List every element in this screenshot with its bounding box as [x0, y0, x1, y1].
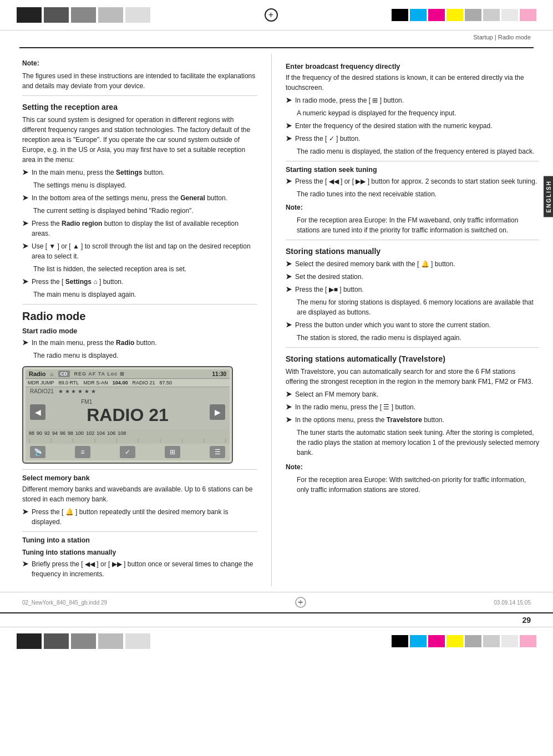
arrow-icon-seek: ➤ — [286, 177, 292, 185]
swatch-cyan — [410, 9, 427, 21]
left-column: Note: The figures used in these instruct… — [0, 54, 272, 586]
arrow-icon-tuning: ➤ — [22, 560, 28, 568]
storing-auto-step-3-text: In the options menu, press the Travelsto… — [295, 415, 539, 425]
bottom-cyan — [410, 635, 427, 647]
storing-manual-step-3-indent: The menu for storing stations is display… — [297, 297, 539, 317]
radio-display-topbar: Radio ⌂ CD REG AF TA Loc ⊞ 11:30 — [26, 369, 230, 379]
radio-station-row: MDR JUMP 89.0 RTL MDR S-AN 104.00 RADIO … — [26, 379, 230, 387]
swatch-gray — [71, 7, 96, 23]
english-language-tab: ENGLISH — [544, 176, 553, 217]
arrow-icon-4: ➤ — [22, 242, 28, 250]
storing-manual-step-2-text: Set the desired station. — [295, 272, 539, 282]
station-3: MDR S-AN — [83, 380, 108, 385]
radio-stars-row: RADIO21 ★ ★ ★ ★ ★ ★ — [26, 387, 230, 395]
page-number: 29 — [522, 616, 531, 625]
arrow-icon-memory: ➤ — [22, 508, 28, 516]
reception-step-1: ➤ In the main menu, press the Settings b… — [22, 168, 257, 177]
top-color-bar — [0, 0, 553, 31]
swatch-magenta — [428, 9, 445, 21]
storing-manual-step-3: ➤ Press the [ ▶■ ] button. — [286, 285, 539, 295]
arrow-icon-store-2: ➤ — [286, 272, 292, 281]
select-memory-section: Select memory bank Different memory bank… — [22, 474, 257, 527]
bottom-left-swatches — [17, 633, 150, 649]
right-color-swatches — [392, 9, 536, 21]
storing-auto-step-3-indent: The tuner starts the automatic station s… — [297, 428, 539, 458]
radio-fm-small: FM1 — [81, 399, 92, 405]
bottom-swatch-5 — [125, 633, 150, 649]
crop-mark-circle-top — [265, 8, 278, 22]
radio-display-label: Radio — [29, 371, 46, 377]
reception-step-4-indent: The list is hidden, the selected recepti… — [33, 264, 257, 274]
freq-tick-marks: | | | | | | | | | | — [26, 438, 230, 444]
home-icon: ⌂ — [50, 371, 54, 377]
swatch-gray3 — [501, 9, 518, 21]
reception-step-4: ➤ Use [ ▼ ] or [ ▲ ] to scroll through t… — [22, 241, 257, 261]
station-2: 89.0 RTL — [59, 380, 79, 385]
radio-bottom-controls: 📡 ≡ ✓ ⊞ ☰ — [26, 444, 230, 460]
radio-station-info: FM1 RADIO 21 — [81, 399, 174, 425]
footer-filename: 02_NewYork_840_845_gb.indd 29 — [22, 600, 107, 606]
tuning-section: Tuning into a station Tuning into statio… — [22, 536, 257, 579]
arrow-icon-store-1: ➤ — [286, 260, 292, 268]
swatch-gray1 — [465, 9, 481, 21]
station-seek-section: Starting station seek tuning ➤ Press the… — [286, 166, 539, 235]
enter-broadcast-intro: If the frequency of the desired stations… — [286, 73, 539, 93]
station-4: 104.00 — [113, 380, 128, 385]
right-column: ENGLISH Enter broadcast frequency direct… — [272, 54, 553, 586]
swatch-yellow — [447, 9, 463, 21]
page-header-title: Startup | Radio mode — [473, 34, 531, 40]
storing-auto-step-2: ➤ In the radio menu, press the [ ☰ ] but… — [286, 402, 539, 412]
station-1: MDR JUMP — [28, 380, 54, 385]
radio-freq-bar: 88 90 92 94 96 98 100 102 104 106 108 — [26, 429, 230, 438]
select-memory-intro: Different memory banks and wavebands are… — [22, 484, 257, 504]
swatch-pink — [520, 9, 536, 21]
arrow-icon-2: ➤ — [22, 194, 28, 202]
arrow-icon-broadcast-3: ➤ — [286, 134, 292, 143]
auto-note-label: Note: — [286, 463, 303, 471]
station-seek-indent: The radio tunes into the next receivable… — [297, 189, 539, 199]
broadcast-step-2-text: Enter the frequency of the desired stati… — [295, 121, 539, 131]
storing-manual-step-3-text: Press the [ ▶■ ] button. — [295, 285, 539, 295]
bottom-yellow — [447, 635, 463, 647]
tuning-heading: Tuning into a station — [22, 536, 257, 544]
storing-auto-intro: With Travelstore, you can automatically … — [286, 367, 539, 387]
bottom-process-black — [392, 635, 408, 647]
page-number-bar: 29 — [0, 612, 553, 627]
swatch-light-gray — [98, 7, 123, 23]
arrow-icon-broadcast-1: ➤ — [286, 96, 292, 104]
arrow-icon-store-4: ➤ — [286, 321, 292, 329]
check-icon: ✓ — [120, 446, 135, 458]
next-button[interactable]: ▶ — [210, 404, 225, 420]
prev-button[interactable]: ◀ — [30, 404, 45, 420]
registration-mark-top — [150, 8, 392, 22]
bottom-swatch-4 — [98, 633, 123, 649]
start-radio-step-text: In the main menu, press the Radio button… — [32, 338, 257, 348]
enter-broadcast-section: Enter broadcast frequency directly If th… — [286, 63, 539, 156]
bottom-swatch-3 — [71, 633, 96, 649]
storing-auto-step-1: ➤ Select an FM memory bank. — [286, 389, 539, 399]
storing-manual-heading: Storing stations manually — [286, 247, 539, 256]
bottom-pink — [520, 635, 536, 647]
storing-manual-step-4: ➤ Press the button under which you want … — [286, 320, 539, 330]
storing-manual-step-2: ➤ Set the desired station. — [286, 272, 539, 282]
tuning-manual-step: ➤ Briefly press the [ ◀◀ ] or [ ▶▶ ] but… — [22, 559, 257, 579]
broadcast-step-3-indent: The radio menu is displayed, the station… — [297, 146, 539, 156]
setting-reception-intro: This car sound system is designed for op… — [22, 115, 257, 165]
note-label: Note: — [22, 59, 39, 67]
arrow-icon-auto-1: ➤ — [286, 390, 292, 398]
bottom-gray3 — [501, 635, 518, 647]
menu-icon: ☰ — [210, 446, 225, 458]
arrow-icon-3: ➤ — [22, 219, 28, 227]
note-section: Note: The figures used in these instruct… — [22, 58, 257, 91]
select-memory-heading: Select memory bank — [22, 474, 257, 482]
station-seek-heading: Starting station seek tuning — [286, 166, 539, 174]
reception-step-4-text: Use [ ▼ ] or [ ▲ ] to scroll through the… — [32, 241, 257, 261]
arrow-icon-auto-2: ➤ — [286, 403, 292, 411]
station-seek-step-text: Press the [ ◀◀ ] or [ ▶▶ ] button for ap… — [295, 176, 539, 186]
grid-icon: ⊞ — [165, 446, 180, 458]
storing-manual-section: Storing stations manually ➤ Select the d… — [286, 247, 539, 343]
storing-auto-section: Storing stations automatically (Travelst… — [286, 354, 539, 495]
swatch-black — [17, 7, 42, 23]
arrow-icon-broadcast-2: ➤ — [286, 121, 292, 130]
storing-auto-step-2-text: In the radio menu, press the [ ☰ ] butto… — [295, 402, 539, 412]
